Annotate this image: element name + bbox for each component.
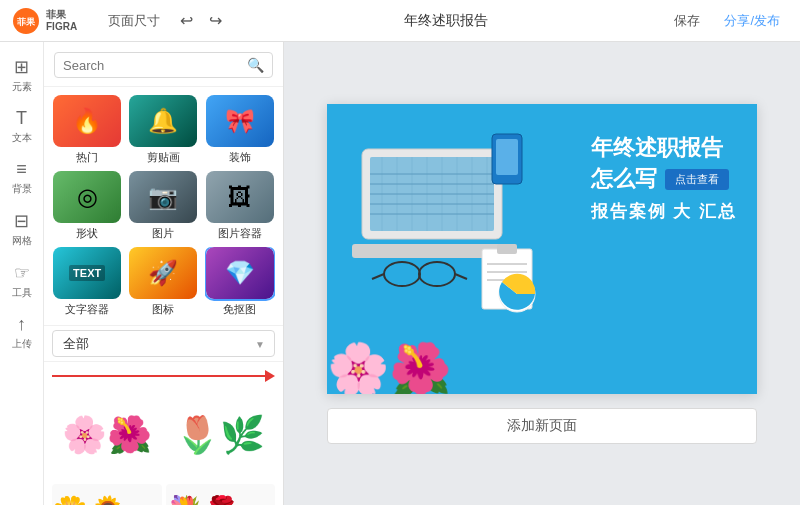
- banner-cta-button[interactable]: 点击查看: [665, 169, 729, 190]
- flowers-decoration: 🌸🌺: [327, 344, 451, 394]
- icon-sidebar: ⊞ 元素T 文本≡ 背景⊟ 网格☞ 工具↑ 上传: [0, 42, 44, 505]
- banner-title1: 年终述职报告: [591, 134, 737, 163]
- svg-rect-20: [496, 139, 518, 175]
- sidebar-item-background[interactable]: ≡ 背景: [2, 153, 42, 202]
- sidebar-item-element[interactable]: ⊞ 元素: [2, 50, 42, 100]
- sidebar-item-tools[interactable]: ☞ 工具: [2, 256, 42, 306]
- search-bar: 🔍: [44, 42, 283, 87]
- category-free-cutout[interactable]: 💎 免抠图: [205, 247, 275, 317]
- category-photo-container[interactable]: 🖼 图片容器: [205, 171, 275, 241]
- category-thumb-deco: 🎀: [206, 95, 274, 147]
- category-label-photo-container: 图片容器: [218, 226, 262, 241]
- category-photo[interactable]: 📷 图片: [128, 171, 198, 241]
- document-title: 年终述职报告: [234, 12, 658, 30]
- svg-text:菲果: 菲果: [17, 17, 36, 27]
- category-label-text-container: 文字容器: [65, 302, 109, 317]
- category-label-photo: 图片: [152, 226, 174, 241]
- sidebar-item-text[interactable]: T 文本: [2, 102, 42, 151]
- search-input[interactable]: [63, 58, 247, 73]
- share-button[interactable]: 分享/发布: [716, 10, 788, 32]
- category-icon[interactable]: 🚀 图标: [128, 247, 198, 317]
- category-deco[interactable]: 🎀 装饰: [205, 95, 275, 165]
- category-label-icon: 图标: [152, 302, 174, 317]
- page-size-button[interactable]: 页面尺寸: [100, 10, 168, 32]
- text-icon: T: [16, 108, 27, 129]
- slide-canvas[interactable]: 🌸🌺 年终述职报告 怎么写 点击查看 报告案例 大 汇总: [327, 104, 757, 394]
- svg-rect-27: [497, 244, 517, 254]
- redo-button[interactable]: ↪: [205, 9, 226, 32]
- background-icon: ≡: [16, 159, 27, 180]
- sidebar-label-grid: 网格: [12, 234, 32, 248]
- category-label-shape: 形状: [76, 226, 98, 241]
- category-thumb-icon: 🚀: [129, 247, 197, 299]
- category-thumb-photo-container: 🖼: [206, 171, 274, 223]
- sidebar-label-tools: 工具: [12, 286, 32, 300]
- category-shape[interactable]: ◎ 形状: [52, 171, 122, 241]
- logo-icon: 菲果: [12, 7, 40, 35]
- category-sticker[interactable]: 🔔 剪贴画: [128, 95, 198, 165]
- category-hot[interactable]: 🔥 热门: [52, 95, 122, 165]
- filter-row: 全部植物动物食物人物: [44, 325, 283, 362]
- add-page-button[interactable]: 添加新页面: [327, 408, 757, 444]
- element-icon: ⊞: [14, 56, 29, 78]
- sticker-item[interactable]: 💐🌹🍀: [166, 484, 276, 505]
- arrow-line: [52, 375, 265, 377]
- element-panel: 🔍 🔥 热门 🔔 剪贴画 🎀 装饰 ◎ 形状 📷 图片 🖼 图片容器 TEXT …: [44, 42, 284, 505]
- add-page-label: 添加新页面: [507, 417, 577, 435]
- category-label-free-cutout: 免抠图: [223, 302, 256, 317]
- category-thumb-free-cutout: 💎: [206, 247, 274, 299]
- logo-area: 菲果 菲果FIGRA: [12, 7, 92, 35]
- category-label-deco: 装饰: [229, 150, 251, 165]
- banner-subtitle: 报告案例 大 汇总: [591, 200, 737, 223]
- save-button[interactable]: 保存: [666, 10, 708, 32]
- sidebar-label-element: 元素: [12, 80, 32, 94]
- category-thumb-sticker: 🔔: [129, 95, 197, 147]
- topbar: 菲果 菲果FIGRA 页面尺寸 ↩ ↪ 年终述职报告 保存 分享/发布: [0, 0, 800, 42]
- laptop-illustration: [342, 119, 542, 323]
- arrow-indicator: [44, 362, 283, 386]
- filter-select-wrap: 全部植物动物食物人物: [52, 330, 275, 357]
- sidebar-item-grid[interactable]: ⊟ 网格: [2, 204, 42, 254]
- grid-icon: ⊟: [14, 210, 29, 232]
- sidebar-label-text: 文本: [12, 131, 32, 145]
- sidebar-label-background: 背景: [12, 182, 32, 196]
- sticker-item[interactable]: 🌼🌻🌾: [52, 484, 162, 505]
- upload-icon: ↑: [17, 314, 26, 335]
- undo-button[interactable]: ↩: [176, 9, 197, 32]
- sticker-grid: 🌸🌺🌷🌿🌼🌻🌾💐🌹🍀: [44, 386, 283, 505]
- svg-line-25: [455, 274, 467, 279]
- category-text-container[interactable]: TEXT 文字容器: [52, 247, 122, 317]
- category-thumb-shape: ◎: [53, 171, 121, 223]
- category-label-hot: 热门: [76, 150, 98, 165]
- canvas-area: 🌸🌺 年终述职报告 怎么写 点击查看 报告案例 大 汇总 添加新页面: [284, 42, 800, 505]
- main-layout: ⊞ 元素T 文本≡ 背景⊟ 网格☞ 工具↑ 上传 🔍 🔥 热门 🔔 剪贴画 🎀 …: [0, 42, 800, 505]
- search-wrapper: 🔍: [54, 52, 273, 78]
- category-thumb-hot: 🔥: [53, 95, 121, 147]
- svg-point-22: [419, 262, 455, 286]
- sidebar-label-upload: 上传: [12, 337, 32, 351]
- search-icon: 🔍: [247, 57, 264, 73]
- sidebar-item-upload[interactable]: ↑ 上传: [2, 308, 42, 357]
- svg-point-21: [384, 262, 420, 286]
- tools-icon: ☞: [14, 262, 30, 284]
- category-thumb-photo: 📷: [129, 171, 197, 223]
- arrow-head: [265, 370, 275, 382]
- banner-title2: 怎么写: [591, 164, 657, 194]
- category-label-sticker: 剪贴画: [147, 150, 180, 165]
- banner-background: 🌸🌺 年终述职报告 怎么写 点击查看 报告案例 大 汇总: [327, 104, 757, 394]
- banner-text: 年终述职报告 怎么写 点击查看 报告案例 大 汇总: [591, 134, 737, 224]
- category-grid: 🔥 热门 🔔 剪贴画 🎀 装饰 ◎ 形状 📷 图片 🖼 图片容器 TEXT 文字…: [44, 87, 283, 325]
- filter-select[interactable]: 全部植物动物食物人物: [52, 330, 275, 357]
- logo-text: 菲果FIGRA: [46, 9, 77, 33]
- svg-line-24: [372, 274, 384, 279]
- sticker-item[interactable]: 🌸🌺: [52, 390, 162, 480]
- sticker-item[interactable]: 🌷🌿: [166, 390, 276, 480]
- category-thumb-text-container: TEXT: [53, 247, 121, 299]
